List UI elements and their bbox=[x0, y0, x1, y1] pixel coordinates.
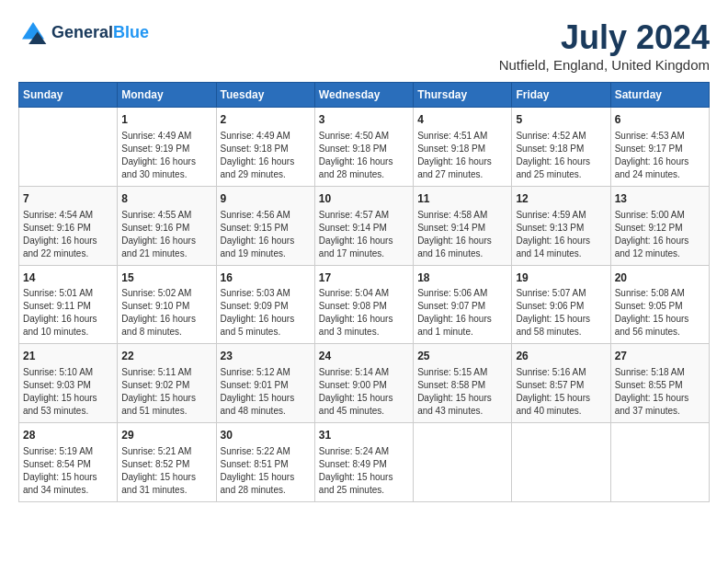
day-number: 2 bbox=[221, 112, 311, 128]
day-number: 16 bbox=[221, 270, 311, 286]
day-cell: 9Sunrise: 4:56 AM Sunset: 9:15 PM Daylig… bbox=[216, 186, 314, 265]
week-row-2: 7Sunrise: 4:54 AM Sunset: 9:16 PM Daylig… bbox=[19, 186, 710, 265]
day-cell: 8Sunrise: 4:55 AM Sunset: 9:16 PM Daylig… bbox=[118, 186, 216, 265]
day-cell: 20Sunrise: 5:08 AM Sunset: 9:05 PM Dayli… bbox=[610, 265, 709, 344]
header-sunday: Sunday bbox=[19, 83, 118, 108]
day-number: 27 bbox=[615, 349, 705, 364]
day-cell: 6Sunrise: 4:53 AM Sunset: 9:17 PM Daylig… bbox=[610, 108, 709, 187]
day-cell bbox=[414, 423, 512, 502]
day-cell: 28Sunrise: 5:19 AM Sunset: 8:54 PM Dayli… bbox=[19, 423, 118, 502]
day-number: 29 bbox=[121, 428, 211, 443]
day-number: 14 bbox=[23, 270, 113, 286]
day-number: 20 bbox=[615, 270, 705, 286]
day-info: Sunrise: 4:52 AM Sunset: 9:18 PM Dayligh… bbox=[516, 130, 606, 181]
day-cell: 22Sunrise: 5:11 AM Sunset: 9:02 PM Dayli… bbox=[118, 344, 216, 423]
day-number: 31 bbox=[319, 428, 409, 443]
day-cell bbox=[512, 423, 610, 502]
day-info: Sunrise: 5:07 AM Sunset: 9:06 PM Dayligh… bbox=[516, 287, 606, 339]
day-cell: 29Sunrise: 5:21 AM Sunset: 8:52 PM Dayli… bbox=[118, 423, 216, 502]
week-row-3: 14Sunrise: 5:01 AM Sunset: 9:11 PM Dayli… bbox=[19, 265, 710, 344]
day-cell: 2Sunrise: 4:49 AM Sunset: 9:18 PM Daylig… bbox=[216, 108, 314, 187]
day-info: Sunrise: 5:16 AM Sunset: 8:57 PM Dayligh… bbox=[516, 366, 606, 418]
day-info: Sunrise: 5:19 AM Sunset: 8:54 PM Dayligh… bbox=[23, 445, 113, 497]
day-info: Sunrise: 5:03 AM Sunset: 9:09 PM Dayligh… bbox=[221, 287, 311, 339]
logo-icon bbox=[18, 18, 48, 48]
day-number: 18 bbox=[417, 270, 507, 286]
day-info: Sunrise: 5:14 AM Sunset: 9:00 PM Dayligh… bbox=[319, 366, 409, 418]
day-info: Sunrise: 5:04 AM Sunset: 9:08 PM Dayligh… bbox=[319, 287, 409, 339]
day-info: Sunrise: 4:51 AM Sunset: 9:18 PM Dayligh… bbox=[417, 130, 507, 181]
day-cell bbox=[610, 423, 709, 502]
week-row-4: 21Sunrise: 5:10 AM Sunset: 9:03 PM Dayli… bbox=[19, 344, 710, 423]
day-info: Sunrise: 5:21 AM Sunset: 8:52 PM Dayligh… bbox=[121, 445, 211, 497]
month-year: July 2024 bbox=[499, 18, 710, 57]
day-cell: 1Sunrise: 4:49 AM Sunset: 9:19 PM Daylig… bbox=[118, 108, 216, 187]
day-number: 17 bbox=[319, 270, 409, 286]
day-cell: 14Sunrise: 5:01 AM Sunset: 9:11 PM Dayli… bbox=[19, 265, 118, 344]
day-info: Sunrise: 4:49 AM Sunset: 9:18 PM Dayligh… bbox=[221, 130, 311, 181]
day-number: 5 bbox=[516, 112, 606, 128]
day-number: 10 bbox=[319, 191, 409, 207]
day-cell: 15Sunrise: 5:02 AM Sunset: 9:10 PM Dayli… bbox=[118, 265, 216, 344]
day-info: Sunrise: 5:11 AM Sunset: 9:02 PM Dayligh… bbox=[121, 366, 211, 418]
header-wednesday: Wednesday bbox=[314, 83, 413, 108]
day-cell: 26Sunrise: 5:16 AM Sunset: 8:57 PM Dayli… bbox=[512, 344, 610, 423]
day-number: 7 bbox=[23, 191, 113, 207]
header-thursday: Thursday bbox=[414, 83, 512, 108]
day-cell: 27Sunrise: 5:18 AM Sunset: 8:55 PM Dayli… bbox=[610, 344, 709, 423]
calendar-table: SundayMondayTuesdayWednesdayThursdayFrid… bbox=[18, 82, 710, 502]
day-cell: 25Sunrise: 5:15 AM Sunset: 8:58 PM Dayli… bbox=[414, 344, 512, 423]
day-number: 30 bbox=[221, 428, 311, 443]
day-number: 9 bbox=[221, 191, 311, 207]
day-info: Sunrise: 5:06 AM Sunset: 9:07 PM Dayligh… bbox=[417, 287, 507, 339]
day-cell: 4Sunrise: 4:51 AM Sunset: 9:18 PM Daylig… bbox=[414, 108, 512, 187]
day-number: 21 bbox=[23, 349, 113, 364]
day-cell: 31Sunrise: 5:24 AM Sunset: 8:49 PM Dayli… bbox=[314, 423, 413, 502]
day-number: 23 bbox=[221, 349, 311, 364]
day-cell: 12Sunrise: 4:59 AM Sunset: 9:13 PM Dayli… bbox=[512, 186, 610, 265]
day-number: 11 bbox=[417, 191, 507, 207]
day-cell: 30Sunrise: 5:22 AM Sunset: 8:51 PM Dayli… bbox=[216, 423, 314, 502]
day-info: Sunrise: 4:50 AM Sunset: 9:18 PM Dayligh… bbox=[319, 130, 409, 181]
day-cell: 10Sunrise: 4:57 AM Sunset: 9:14 PM Dayli… bbox=[314, 186, 413, 265]
day-number: 13 bbox=[615, 191, 705, 207]
day-cell bbox=[19, 108, 118, 187]
day-info: Sunrise: 5:02 AM Sunset: 9:10 PM Dayligh… bbox=[121, 287, 211, 339]
day-number: 19 bbox=[516, 270, 606, 286]
day-cell: 21Sunrise: 5:10 AM Sunset: 9:03 PM Dayli… bbox=[19, 344, 118, 423]
day-cell: 17Sunrise: 5:04 AM Sunset: 9:08 PM Dayli… bbox=[314, 265, 413, 344]
day-info: Sunrise: 5:00 AM Sunset: 9:12 PM Dayligh… bbox=[615, 209, 705, 260]
header-saturday: Saturday bbox=[610, 83, 709, 108]
day-cell: 24Sunrise: 5:14 AM Sunset: 9:00 PM Dayli… bbox=[314, 344, 413, 423]
day-number: 6 bbox=[615, 112, 705, 128]
day-info: Sunrise: 4:56 AM Sunset: 9:15 PM Dayligh… bbox=[221, 209, 311, 260]
day-cell: 7Sunrise: 4:54 AM Sunset: 9:16 PM Daylig… bbox=[19, 186, 118, 265]
header-tuesday: Tuesday bbox=[216, 83, 314, 108]
day-number: 12 bbox=[516, 191, 606, 207]
day-info: Sunrise: 4:49 AM Sunset: 9:19 PM Dayligh… bbox=[121, 130, 211, 181]
day-number: 25 bbox=[417, 349, 507, 364]
day-info: Sunrise: 4:57 AM Sunset: 9:14 PM Dayligh… bbox=[319, 209, 409, 260]
day-info: Sunrise: 4:54 AM Sunset: 9:16 PM Dayligh… bbox=[23, 209, 113, 260]
day-cell: 23Sunrise: 5:12 AM Sunset: 9:01 PM Dayli… bbox=[216, 344, 314, 423]
day-number: 1 bbox=[121, 112, 211, 128]
day-cell: 16Sunrise: 5:03 AM Sunset: 9:09 PM Dayli… bbox=[216, 265, 314, 344]
logo: GeneralBlue bbox=[18, 18, 149, 48]
header-monday: Monday bbox=[118, 83, 216, 108]
day-info: Sunrise: 5:18 AM Sunset: 8:55 PM Dayligh… bbox=[615, 366, 705, 418]
location: Nutfield, England, United Kingdom bbox=[499, 57, 710, 73]
day-cell: 19Sunrise: 5:07 AM Sunset: 9:06 PM Dayli… bbox=[512, 265, 610, 344]
day-info: Sunrise: 5:15 AM Sunset: 8:58 PM Dayligh… bbox=[417, 366, 507, 418]
calendar-header-row: SundayMondayTuesdayWednesdayThursdayFrid… bbox=[19, 83, 710, 108]
day-number: 3 bbox=[319, 112, 409, 128]
day-number: 15 bbox=[121, 270, 211, 286]
day-cell: 11Sunrise: 4:58 AM Sunset: 9:14 PM Dayli… bbox=[414, 186, 512, 265]
day-info: Sunrise: 4:58 AM Sunset: 9:14 PM Dayligh… bbox=[417, 209, 507, 260]
header-friday: Friday bbox=[512, 83, 610, 108]
day-cell: 5Sunrise: 4:52 AM Sunset: 9:18 PM Daylig… bbox=[512, 108, 610, 187]
day-number: 22 bbox=[121, 349, 211, 364]
day-info: Sunrise: 5:08 AM Sunset: 9:05 PM Dayligh… bbox=[615, 287, 705, 339]
day-info: Sunrise: 5:10 AM Sunset: 9:03 PM Dayligh… bbox=[23, 366, 113, 418]
day-number: 24 bbox=[319, 349, 409, 364]
day-cell: 3Sunrise: 4:50 AM Sunset: 9:18 PM Daylig… bbox=[314, 108, 413, 187]
